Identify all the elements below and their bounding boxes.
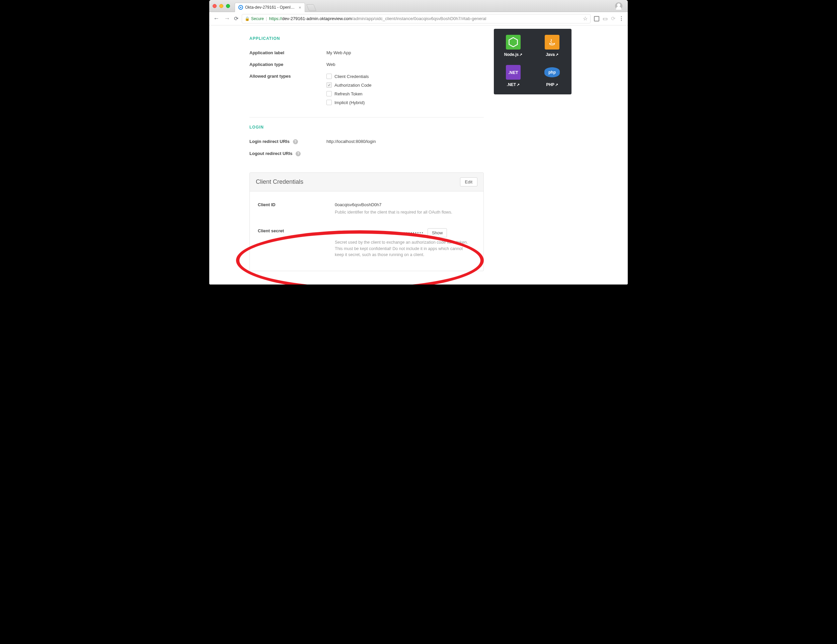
- grant-label: Refresh Token: [335, 92, 363, 97]
- reload-button[interactable]: ⟳: [234, 15, 238, 22]
- php-icon: php: [544, 67, 560, 77]
- help-icon[interactable]: ?: [295, 151, 300, 156]
- url-path: /admin/app/oidc_client/instance/0oacqisv…: [352, 16, 486, 21]
- close-tab-icon[interactable]: ×: [299, 5, 301, 10]
- edit-button[interactable]: Edit: [460, 177, 478, 187]
- client-secret-label: Client secret: [258, 228, 335, 258]
- field-grant-types: Allowed grant types Client Credentials ✓…: [249, 70, 484, 108]
- menu-icon[interactable]: ⋮: [619, 15, 624, 22]
- field-application-label: Application label My Web App: [249, 47, 484, 59]
- dotnet-icon: .NET: [506, 65, 520, 80]
- sync-icon[interactable]: ⟳: [611, 15, 615, 22]
- client-secret-desc: Secret used by the client to exchange an…: [335, 239, 469, 258]
- browser-window: Okta-dev-279161 - OpenID Co × ← → ⟳ 🔒 Se…: [209, 0, 628, 285]
- divider: [249, 117, 484, 118]
- client-id-desc: Public identifier for the client that is…: [335, 209, 452, 216]
- grant-implicit-hybrid[interactable]: Implicit (Hybrid): [327, 100, 372, 105]
- app-label-label: Application label: [249, 50, 327, 55]
- tab-title: Okta-dev-279161 - OpenID Co: [245, 5, 295, 10]
- client-credentials-card: Client Credentials Edit Client ID 0oacqi…: [249, 172, 484, 271]
- logout-redirect-label-text: Logout redirect URIs: [249, 151, 293, 156]
- bookmark-star-icon[interactable]: ☆: [583, 15, 588, 22]
- extension-icon[interactable]: [594, 16, 599, 21]
- client-id-label: Client ID: [258, 202, 335, 216]
- client-secret-value: ••••••••••••••••••••••••••••••••••••••••: [335, 231, 423, 235]
- external-link-icon: ↗: [517, 83, 520, 87]
- titlebar: Okta-dev-279161 - OpenID Co ×: [209, 0, 628, 12]
- help-icon[interactable]: ?: [293, 139, 298, 144]
- sdk-label: .NET: [507, 82, 516, 87]
- main-column: APPLICATION Application label My Web App…: [249, 29, 484, 271]
- browser-toolbar: ← → ⟳ 🔒 Secure | https://dev-279161-admi…: [209, 12, 628, 25]
- grants-label: Allowed grant types: [249, 74, 327, 105]
- checkbox-checked-icon[interactable]: ✓: [327, 82, 332, 88]
- page-content: APPLICATION Application label My Web App…: [209, 25, 628, 285]
- field-logout-redirect: Logout redirect URIs ?: [249, 147, 484, 160]
- app-type-label: Application type: [249, 62, 327, 67]
- window-controls: [213, 4, 230, 8]
- svg-marker-0: [509, 38, 518, 47]
- external-link-icon: ↗: [519, 52, 522, 57]
- external-link-icon: ↗: [555, 83, 558, 87]
- minimize-window-button[interactable]: [219, 4, 223, 8]
- checkbox-icon[interactable]: [327, 74, 332, 79]
- sdk-java[interactable]: Java↗: [533, 35, 571, 57]
- client-id-value: 0oacqisv6qsvBoshD0h7: [335, 202, 452, 207]
- field-application-type: Application type Web: [249, 59, 484, 70]
- grant-refresh-token[interactable]: Refresh Token: [327, 91, 372, 97]
- new-tab-button[interactable]: [306, 4, 317, 11]
- app-type-value: Web: [327, 62, 335, 67]
- app-label-value: My Web App: [327, 50, 351, 55]
- sdk-panel: Node.js↗ Java↗ .NET .NET↗ php PHP: [494, 29, 571, 94]
- sdk-label: PHP: [546, 82, 555, 87]
- extension-icons: ▭ ⟳ ⋮: [594, 15, 624, 22]
- grant-authorization-code[interactable]: ✓ Authorization Code: [327, 82, 372, 88]
- forward-button[interactable]: →: [223, 15, 231, 22]
- grant-label: Implicit (Hybrid): [335, 100, 364, 105]
- sdk-nodejs[interactable]: Node.js↗: [494, 35, 533, 57]
- close-window-button[interactable]: [213, 4, 217, 8]
- checkbox-icon[interactable]: [327, 100, 332, 105]
- grant-label: Client Credentials: [335, 74, 369, 79]
- profile-avatar-icon[interactable]: [615, 2, 622, 10]
- login-redirect-label-text: Login redirect URIs: [249, 139, 290, 144]
- nodejs-icon: [506, 35, 520, 49]
- sdk-php[interactable]: php PHP↗: [533, 65, 571, 87]
- card-title: Client Credentials: [256, 179, 460, 185]
- url-scheme: https://: [269, 16, 282, 21]
- login-redirect-value: http://localhost:8080/login: [327, 139, 376, 144]
- sdk-dotnet[interactable]: .NET .NET↗: [494, 65, 533, 87]
- checkbox-icon[interactable]: [327, 91, 332, 97]
- external-link-icon: ↗: [555, 52, 558, 57]
- grant-label: Authorization Code: [335, 83, 372, 88]
- secure-label: Secure: [251, 16, 264, 21]
- address-bar[interactable]: 🔒 Secure | https://dev-279161-admin.okta…: [242, 14, 591, 23]
- sdk-label: Java: [546, 52, 555, 57]
- logout-redirect-label: Logout redirect URIs ?: [249, 151, 327, 156]
- okta-favicon-icon: [238, 5, 243, 10]
- section-application-title: APPLICATION: [249, 36, 484, 41]
- maximize-window-button[interactable]: [226, 4, 230, 8]
- field-client-secret: Client secret ••••••••••••••••••••••••••…: [258, 225, 476, 261]
- login-redirect-label: Login redirect URIs ?: [249, 139, 327, 144]
- back-button[interactable]: ←: [213, 15, 220, 22]
- sdk-label: Node.js: [504, 52, 519, 57]
- show-secret-button[interactable]: Show: [428, 228, 447, 237]
- browser-tab[interactable]: Okta-dev-279161 - OpenID Co ×: [235, 3, 305, 12]
- java-icon: [545, 35, 560, 49]
- secure-indicator: 🔒 Secure: [245, 16, 264, 21]
- url-text: https://dev-279161-admin.oktapreview.com…: [269, 16, 486, 21]
- section-login-title: LOGIN: [249, 125, 484, 129]
- url-host: dev-279161-admin.oktapreview.com: [282, 16, 352, 21]
- field-login-redirect: Login redirect URIs ? http://localhost:8…: [249, 136, 484, 147]
- cast-icon[interactable]: ▭: [602, 15, 608, 22]
- grant-client-credentials[interactable]: Client Credentials: [327, 74, 372, 79]
- card-header: Client Credentials Edit: [250, 173, 483, 192]
- field-client-id: Client ID 0oacqisv6qsvBoshD0h7 Public id…: [258, 199, 476, 219]
- lock-icon: 🔒: [245, 16, 250, 21]
